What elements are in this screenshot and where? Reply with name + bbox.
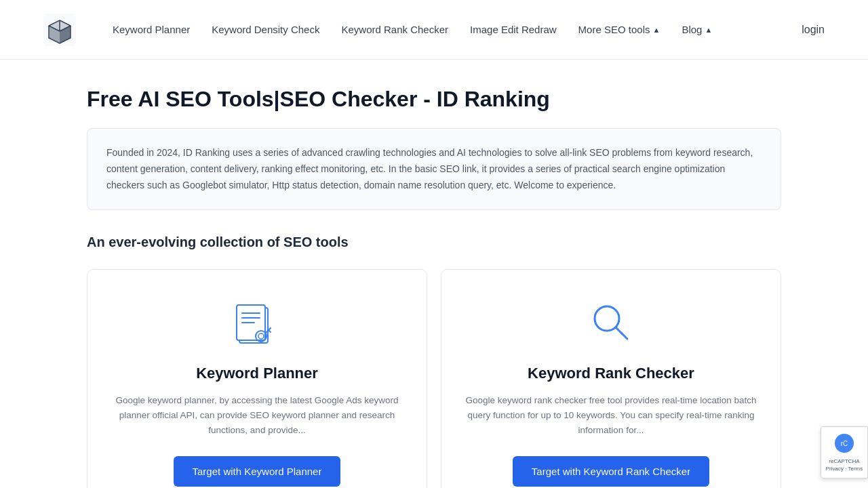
keyword-planner-icon xyxy=(230,297,284,351)
nav-blog[interactable]: Blog ▲ xyxy=(672,18,722,41)
keyword-rank-checker-card: Keyword Rank Checker Google keyword rank… xyxy=(441,269,781,488)
main-nav: Keyword Planner Keyword Density Check Ke… xyxy=(103,18,802,41)
keyword-planner-title: Keyword Planner xyxy=(196,365,318,382)
tools-grid: Keyword Planner Google keyword planner, … xyxy=(87,269,781,488)
keyword-rank-desc: Google keyword rank checker free tool pr… xyxy=(463,393,759,437)
blog-chevron-icon: ▲ xyxy=(705,26,712,34)
recaptcha-icon: rC xyxy=(833,432,855,454)
nav-keyword-density[interactable]: Keyword Density Check xyxy=(202,18,329,41)
keyword-rank-icon xyxy=(584,297,638,351)
logo[interactable] xyxy=(43,14,76,46)
recaptcha-badge: rC reCAPTCHAPrivacy · Terms xyxy=(821,426,868,479)
keyword-planner-btn[interactable]: Target with Keyword Planner xyxy=(174,456,341,487)
page-title: Free AI SEO Tools|SEO Checker - ID Ranki… xyxy=(87,87,781,112)
nav-image-edit[interactable]: Image Edit Redraw xyxy=(460,18,566,41)
header: Keyword Planner Keyword Density Check Ke… xyxy=(0,0,868,60)
keyword-planner-card: Keyword Planner Google keyword planner, … xyxy=(87,269,427,488)
svg-text:rC: rC xyxy=(841,440,848,447)
description-box: Founded in 2024, ID Ranking uses a serie… xyxy=(87,128,781,210)
logo-icon xyxy=(43,14,76,46)
svg-line-16 xyxy=(269,330,271,332)
keyword-planner-desc: Google keyword planner, by accessing the… xyxy=(109,393,405,437)
keyword-rank-btn[interactable]: Target with Keyword Rank Checker xyxy=(513,456,709,487)
login-button[interactable]: login xyxy=(802,24,825,36)
nav-keyword-rank[interactable]: Keyword Rank Checker xyxy=(332,18,458,41)
svg-line-18 xyxy=(616,327,627,339)
keyword-rank-title: Keyword Rank Checker xyxy=(528,365,694,382)
nav-more-seo[interactable]: More SEO tools ▲ xyxy=(569,18,670,41)
section-title: An ever-evolving collection of SEO tools xyxy=(87,235,781,250)
nav-keyword-planner[interactable]: Keyword Planner xyxy=(103,18,199,41)
main-content: Free AI SEO Tools|SEO Checker - ID Ranki… xyxy=(43,87,825,488)
description-text: Founded in 2024, ID Ranking uses a serie… xyxy=(106,145,762,193)
more-seo-chevron-icon: ▲ xyxy=(652,26,660,34)
